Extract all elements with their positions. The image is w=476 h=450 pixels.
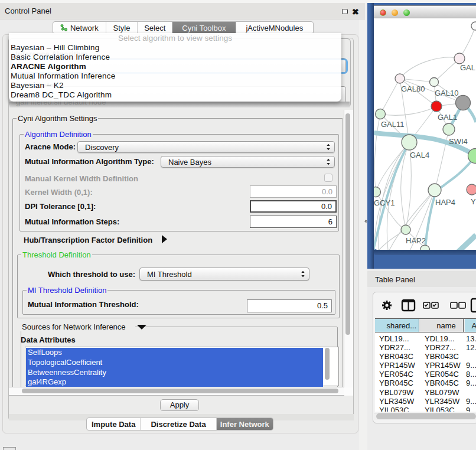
svg-text:HAP2: HAP2 <box>406 236 426 245</box>
svg-text:GAL1: GAL1 <box>438 113 457 122</box>
svg-text:GCY1: GCY1 <box>374 198 395 207</box>
svg-text:Y: Y <box>471 197 476 206</box>
svg-text:SWI4: SWI4 <box>449 137 468 146</box>
svg-text:HAP4: HAP4 <box>435 198 455 207</box>
svg-text:GAL80: GAL80 <box>401 84 425 93</box>
svg-text:GAL10: GAL10 <box>435 89 458 97</box>
svg-text:GAL: GAL <box>460 63 475 72</box>
svg-text:GAL4: GAL4 <box>410 151 429 159</box>
svg-text:GAL11: GAL11 <box>381 120 405 129</box>
